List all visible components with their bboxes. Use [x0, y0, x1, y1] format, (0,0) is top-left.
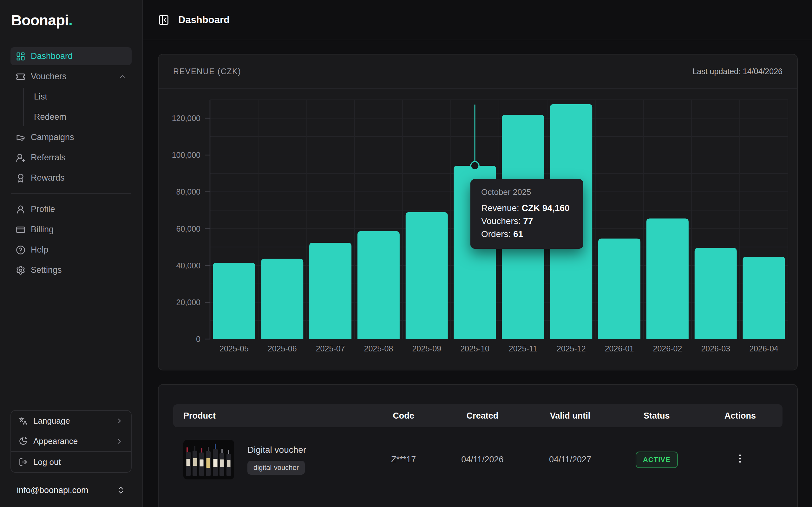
svg-text:0: 0 [196, 335, 200, 343]
menu-item-label: Appearance [33, 436, 78, 446]
svg-text:2025-05: 2025-05 [219, 344, 249, 353]
appearance-menu-item[interactable]: Appearance [11, 431, 131, 451]
award-icon [16, 173, 26, 183]
sidebar-item-settings[interactable]: Settings [10, 261, 132, 279]
chevrons-up-down-icon [116, 486, 125, 495]
tooltip-vouchers-row: Vouchers: 77 [481, 215, 572, 228]
sidebar: Boonapi. Dashboard Vouchers List Redeem … [0, 0, 143, 507]
languages-icon [19, 416, 28, 425]
sidebar-item-rewards[interactable]: Rewards [10, 169, 132, 187]
column-header-valid-until: Valid until [525, 411, 615, 421]
top-bar: Dashboard [143, 0, 812, 40]
code-cell: Z***17 [367, 455, 440, 464]
table-header: Product Code Created Valid until Status … [173, 404, 782, 427]
chevron-right-icon [115, 437, 123, 445]
sidebar-item-label: Dashboard [31, 51, 72, 61]
sidebar-item-label: Rewards [31, 173, 65, 183]
menu-item-label: Log out [33, 457, 61, 467]
sidebar-item-billing[interactable]: Billing [10, 221, 132, 239]
brand-dot: . [68, 12, 72, 29]
svg-text:2025-10: 2025-10 [460, 344, 490, 353]
sidebar-item-label: List [34, 92, 47, 102]
svg-text:2025-06: 2025-06 [268, 344, 297, 353]
page-title: Dashboard [178, 14, 230, 26]
sidebar-nav: Dashboard Vouchers List Redeem Campaigns… [10, 47, 132, 281]
revenue-card: REVENUE (CZK) Last updated: 14/04/2026 0… [158, 54, 798, 371]
main-area: Dashboard REVENUE (CZK) Last updated: 14… [143, 0, 812, 507]
app-root: Boonapi. Dashboard Vouchers List Redeem … [0, 0, 812, 507]
sidebar-item-label: Help [31, 245, 49, 255]
svg-text:2025-07: 2025-07 [316, 344, 345, 353]
megaphone-icon [16, 133, 26, 142]
svg-text:20,000: 20,000 [176, 298, 200, 307]
svg-text:60,000: 60,000 [176, 224, 200, 233]
ticket-icon [16, 72, 26, 81]
revenue-chart[interactable]: 020,00040,00060,00080,000100,000120,0002… [159, 89, 797, 371]
dashboard-icon [16, 52, 26, 61]
svg-text:2025-09: 2025-09 [412, 344, 441, 353]
status-badge: ACTIVE [636, 452, 678, 468]
sidebar-footer-menu: Language Appearance Log out [10, 410, 132, 473]
sidebar-item-label: Referrals [31, 153, 66, 163]
vouchers-table-card: Product Code Created Valid until Status … [158, 384, 798, 507]
last-updated-label: Last updated: 14/04/2026 [693, 67, 782, 76]
svg-text:2026-03: 2026-03 [701, 344, 730, 353]
user-plus-icon [16, 153, 26, 163]
svg-text:100,000: 100,000 [172, 151, 200, 159]
row-actions-kebab-icon[interactable] [734, 453, 745, 464]
user-icon [16, 205, 26, 214]
sidebar-item-redeem[interactable]: Redeem [34, 108, 132, 126]
tooltip-revenue-row: Revenue: CZK 94,160 [481, 202, 572, 215]
svg-text:2026-02: 2026-02 [653, 344, 682, 353]
sidebar-item-label: Vouchers [31, 72, 67, 81]
svg-text:80,000: 80,000 [176, 187, 200, 196]
column-header-created: Created [440, 411, 525, 421]
product-cell: Digital voucher digital-voucher [173, 440, 367, 480]
column-header-code: Code [367, 411, 440, 421]
chevron-up-icon [118, 72, 126, 80]
column-header-actions: Actions [698, 411, 782, 421]
menu-item-label: Language [33, 416, 70, 426]
sidebar-divider [11, 193, 131, 194]
svg-text:2025-08: 2025-08 [364, 344, 393, 353]
sidebar-item-campaigns[interactable]: Campaigns [10, 128, 132, 147]
brand-logo: Boonapi. [11, 11, 132, 29]
sidebar-item-label: Redeem [34, 112, 66, 122]
svg-text:120,000: 120,000 [172, 114, 200, 123]
sidebar-item-profile[interactable]: Profile [10, 200, 132, 218]
revenue-card-title: REVENUE (CZK) [173, 67, 241, 76]
svg-text:2025-12: 2025-12 [557, 344, 586, 353]
language-menu-item[interactable]: Language [11, 411, 131, 431]
svg-text:40,000: 40,000 [176, 261, 200, 270]
table-row[interactable]: Digital voucher digital-voucher Z***17 0… [173, 440, 782, 480]
logout-menu-item[interactable]: Log out [11, 452, 131, 472]
gear-icon [16, 266, 26, 275]
product-image [183, 440, 234, 480]
sidebar-item-referrals[interactable]: Referrals [10, 149, 132, 167]
vouchers-submenu: List Redeem [23, 88, 132, 126]
sidebar-item-dashboard[interactable]: Dashboard [10, 47, 132, 65]
sidebar-collapse-icon[interactable] [158, 14, 169, 26]
moon-icon [19, 437, 28, 446]
sidebar-item-label: Campaigns [31, 132, 74, 142]
svg-text:2026-04: 2026-04 [749, 344, 778, 353]
column-header-status: Status [616, 411, 698, 421]
product-tag: digital-voucher [247, 461, 305, 475]
sidebar-item-help[interactable]: Help [10, 241, 132, 259]
sidebar-footer: Language Appearance Log out info@boon [10, 410, 132, 501]
chevron-right-icon [115, 417, 123, 425]
actions-cell [698, 453, 782, 466]
chart-tooltip: October 2025 Revenue: CZK 94,160 Voucher… [470, 179, 583, 249]
created-cell: 04/11/2026 [440, 455, 525, 464]
sidebar-item-vouchers[interactable]: Vouchers [10, 67, 132, 86]
svg-text:2025-11: 2025-11 [509, 344, 537, 353]
account-switcher[interactable]: info@boonapi.com [10, 480, 132, 501]
revenue-card-header: REVENUE (CZK) Last updated: 14/04/2026 [159, 55, 797, 89]
help-circle-icon [16, 245, 26, 255]
column-header-product: Product [173, 411, 367, 421]
product-name: Digital voucher [247, 445, 306, 455]
sidebar-item-label: Profile [31, 205, 55, 214]
sidebar-item-label: Billing [31, 225, 54, 234]
sidebar-item-list[interactable]: List [34, 88, 132, 106]
tooltip-orders-row: Orders: 61 [481, 228, 572, 240]
